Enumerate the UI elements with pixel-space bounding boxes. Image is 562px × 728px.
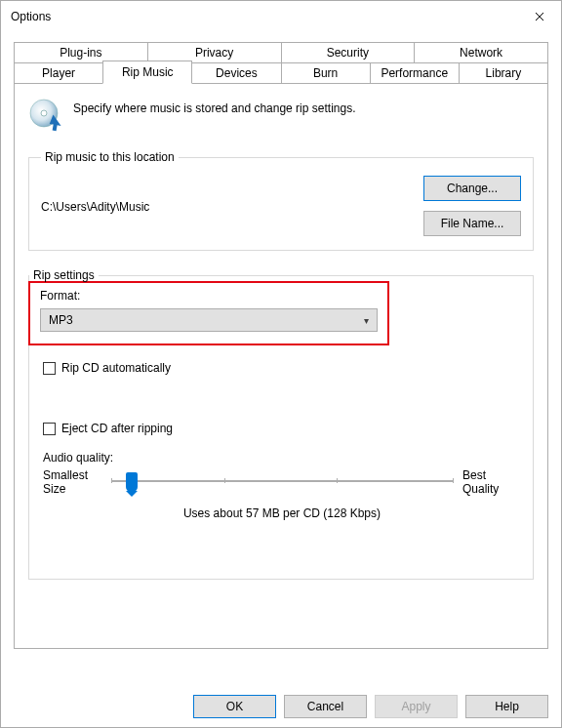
- rip-auto-label: Rip CD automatically: [61, 361, 171, 375]
- tab-burn[interactable]: Burn: [281, 62, 371, 84]
- rip-auto-checkbox[interactable]: Rip CD automatically: [43, 361, 521, 375]
- dialog-footer: OK Cancel Apply Help: [0, 695, 562, 718]
- audio-quality-label: Audio quality:: [43, 451, 521, 465]
- file-name-button[interactable]: File Name...: [423, 211, 521, 236]
- tab-devices[interactable]: Devices: [191, 62, 281, 84]
- checkbox-box: [43, 423, 56, 435]
- checkbox-box: [43, 362, 56, 375]
- audio-quality-slider[interactable]: [111, 468, 453, 490]
- header-description: Specify where music is stored and change…: [73, 98, 355, 115]
- format-value: MP3: [49, 313, 73, 327]
- group-rip-settings: Rip settings Format: MP3 ▾ Rip CD automa…: [28, 268, 534, 580]
- cancel-button[interactable]: Cancel: [284, 695, 367, 718]
- close-button[interactable]: [518, 1, 561, 32]
- titlebar: Options: [1, 1, 561, 32]
- window-title: Options: [11, 10, 51, 23]
- format-select[interactable]: MP3 ▾: [40, 308, 378, 332]
- tab-privacy[interactable]: Privacy: [147, 42, 282, 62]
- apply-button[interactable]: Apply: [375, 695, 458, 718]
- slider-min-label: Smallest Size: [43, 468, 101, 497]
- tab-row-bottom: Player Rip Music Devices Burn Performanc…: [14, 62, 548, 84]
- help-button[interactable]: Help: [465, 695, 548, 718]
- format-label: Format:: [40, 289, 378, 303]
- rip-location-path: C:\Users\Adity\Music: [41, 198, 149, 214]
- usage-text: Uses about 57 MB per CD (128 Kbps): [43, 506, 521, 520]
- slider-max-label: Best Quality: [462, 468, 521, 497]
- tab-security[interactable]: Security: [281, 42, 416, 62]
- tab-rip-music[interactable]: Rip Music: [102, 61, 192, 84]
- cd-rip-icon: [28, 98, 63, 133]
- tab-row-top: Plug-ins Privacy Security Network: [14, 42, 548, 62]
- eject-label: Eject CD after ripping: [61, 422, 173, 435]
- eject-checkbox[interactable]: Eject CD after ripping: [43, 422, 521, 435]
- group-rip-location-legend: Rip music to this location: [41, 150, 179, 164]
- group-rip-location: Rip music to this location C:\Users\Adit…: [28, 150, 534, 251]
- change-button[interactable]: Change...: [423, 176, 521, 201]
- slider-thumb[interactable]: [126, 472, 138, 492]
- tab-network[interactable]: Network: [414, 42, 548, 62]
- tab-performance[interactable]: Performance: [370, 62, 460, 84]
- tab-plugins[interactable]: Plug-ins: [14, 42, 148, 62]
- tab-panel-rip-music: Specify where music is stored and change…: [14, 83, 548, 649]
- svg-point-1: [41, 110, 47, 116]
- tab-library[interactable]: Library: [459, 62, 548, 84]
- ok-button[interactable]: OK: [193, 695, 276, 718]
- chevron-down-icon: ▾: [364, 315, 369, 326]
- close-icon: [535, 12, 544, 21]
- group-rip-settings-legend: Rip settings: [29, 268, 99, 282]
- tab-player[interactable]: Player: [14, 62, 103, 84]
